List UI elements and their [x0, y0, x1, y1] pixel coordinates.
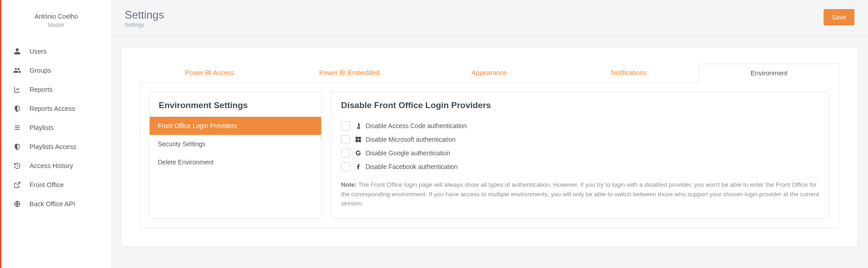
checkbox-facebook[interactable] [341, 162, 350, 171]
sidebar-item-back-office-api[interactable]: Back Office API [1, 194, 111, 213]
history-icon [13, 162, 21, 170]
option-label: Disable Access Code authentication [366, 122, 467, 129]
sidebar-item-front-office[interactable]: Front Office [1, 175, 111, 194]
tab-body: Environment Settings Front Office Login … [140, 83, 839, 228]
sidebar-item-label: Groups [29, 67, 51, 74]
sidebar-item-playlists[interactable]: Playlists [1, 118, 111, 137]
tab-appearance[interactable]: Appearance [419, 64, 559, 83]
sidebar-item-reports-access[interactable]: Reports Access [1, 99, 111, 118]
main: Settings Settings Save Power BI Access P… [111, 0, 868, 268]
submenu-item-security[interactable]: Security Settings [150, 135, 321, 153]
user-icon [13, 47, 21, 55]
svg-rect-1 [356, 137, 358, 139]
shield-icon [13, 104, 21, 113]
sidebar-item-label: Reports Access [29, 105, 75, 112]
page-title: Settings [125, 9, 164, 21]
microsoft-icon [355, 136, 362, 143]
svg-rect-4 [359, 140, 361, 142]
tab-environment[interactable]: Environment [699, 64, 839, 83]
chart-line-icon [13, 85, 21, 94]
svg-rect-2 [359, 137, 361, 139]
sidebar-item-playlists-access[interactable]: Playlists Access [1, 137, 111, 156]
tab-power-bi-embedded[interactable]: Power BI Embedded [279, 64, 419, 83]
tabs: Power BI Access Power BI Embedded Appear… [140, 64, 839, 83]
google-icon [355, 149, 362, 157]
option-label: Disable Microsoft authentication [366, 136, 455, 143]
option-label: Disable Google authentication [366, 149, 450, 157]
option-microsoft: Disable Microsoft authentication [341, 135, 819, 144]
header: Settings Settings Save [111, 0, 868, 37]
globe-icon [13, 200, 21, 208]
content: Power BI Access Power BI Embedded Appear… [111, 37, 868, 268]
tab-power-bi-access[interactable]: Power BI Access [140, 64, 279, 83]
tab-notifications[interactable]: Notifications [559, 64, 699, 83]
sidebar-item-label: Back Office API [29, 200, 75, 208]
sidebar: António Coelho Master Users Groups Rep [1, 0, 111, 268]
checkbox-google[interactable] [341, 149, 350, 158]
option-facebook: Disable Facebook authentication [341, 162, 819, 171]
option-access-code: Disable Access Code authentication [341, 121, 819, 130]
submenu-title: Environment Settings [150, 92, 321, 117]
sidebar-item-label: Playlists Access [29, 143, 76, 150]
sidebar-item-label: Front Office [29, 181, 63, 189]
header-left: Settings Settings [125, 9, 164, 28]
facebook-icon [355, 163, 362, 170]
sidebar-item-reports[interactable]: Reports [1, 80, 111, 99]
environment-submenu: Environment Settings Front Office Login … [149, 92, 322, 218]
note-label: Note: [341, 181, 357, 188]
submenu-item-login-providers[interactable]: Front Office Login Providers [150, 117, 321, 135]
detail-panel: Disable Front Office Login Providers Dis… [331, 92, 830, 218]
breadcrumb: Settings [125, 22, 164, 28]
option-google: Disable Google authentication [341, 149, 819, 158]
note: Note: The Front Office login page will a… [341, 180, 819, 208]
sidebar-item-groups[interactable]: Groups [1, 61, 111, 80]
checkbox-access-code[interactable] [341, 121, 350, 130]
user-name: António Coelho [1, 13, 111, 20]
users-icon [13, 66, 21, 74]
checkbox-microsoft[interactable] [341, 135, 350, 144]
sidebar-item-access-history[interactable]: Access History [1, 156, 111, 175]
option-label: Disable Facebook authentication [366, 163, 458, 170]
save-button[interactable]: Save [824, 9, 854, 25]
submenu-item-delete-env[interactable]: Delete Environment [150, 153, 321, 171]
sidebar-item-label: Users [29, 48, 47, 55]
key-icon [355, 122, 362, 129]
sidebar-item-label: Reports [29, 86, 53, 93]
sidebar-item-users[interactable]: Users [1, 42, 111, 61]
settings-panel: Power BI Access Power BI Embedded Appear… [121, 47, 858, 247]
detail-title: Disable Front Office Login Providers [341, 100, 819, 110]
sidebar-item-label: Playlists [29, 124, 54, 131]
svg-rect-3 [356, 140, 358, 142]
sidebar-user: António Coelho Master [1, 13, 111, 42]
user-role: Master [1, 22, 111, 28]
sidebar-nav: Users Groups Reports Reports Access [1, 42, 111, 213]
sidebar-item-label: Access History [29, 162, 73, 169]
list-icon [13, 124, 21, 132]
shield-icon [13, 143, 21, 151]
external-link-icon [13, 181, 21, 189]
note-text: The Front Office login page will always … [341, 181, 819, 207]
